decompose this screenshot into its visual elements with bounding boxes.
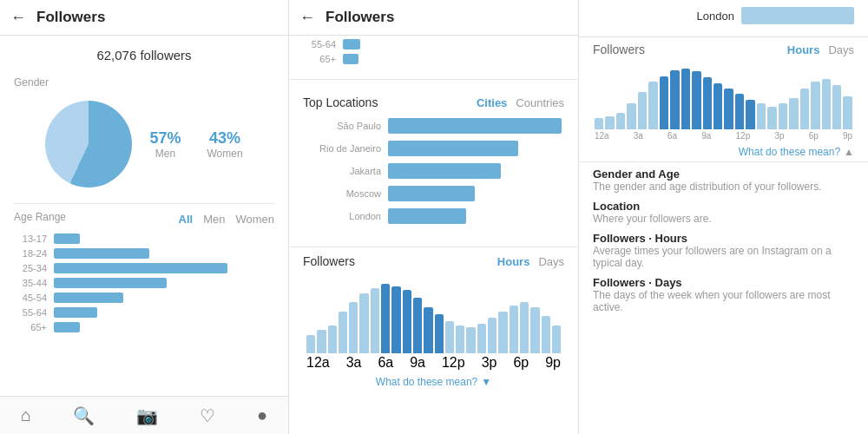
bar-column <box>456 326 464 353</box>
mid-panel-title: Followers <box>326 9 394 26</box>
pie-container: 57% Men 43% Women <box>14 92 274 196</box>
followers-hours-section: Followers Hours Days 12a 3a 6a 9a 12p 3p… <box>289 254 578 371</box>
mid-divider-1 <box>289 79 578 80</box>
men-label: 57% Men <box>149 129 181 160</box>
hours-tab[interactable]: Hours <box>497 255 530 268</box>
bar-column <box>713 83 722 129</box>
location-filter-tabs: Cities Countries <box>477 96 564 109</box>
bar-column <box>466 327 475 353</box>
bar-column <box>445 321 454 353</box>
what-mean-mid[interactable]: What do these mean? ▼ <box>289 371 578 393</box>
top-age-bars: 55-64 65+ <box>289 36 578 72</box>
mid-header: ← Followers <box>289 0 578 36</box>
women-percentage: 43% <box>207 129 242 148</box>
cities-tab[interactable]: Cities <box>477 96 507 109</box>
bar-column <box>510 306 518 353</box>
info-section: Gender and AgeThe gender and age distrib… <box>579 161 868 326</box>
followers-hours-header: Followers Hours Days <box>303 254 564 268</box>
bar-column <box>703 77 712 129</box>
bar-column <box>424 307 432 353</box>
bar-column <box>746 100 754 129</box>
bar-column <box>520 302 529 353</box>
what-mean-link[interactable]: What do these mean? <box>739 146 840 158</box>
home-icon[interactable]: ⌂ <box>21 405 31 425</box>
followers-count: 62,076 followers <box>0 36 288 69</box>
bar-column <box>306 335 315 353</box>
left-back-button[interactable]: ← <box>10 9 26 27</box>
mid-back-button[interactable]: ← <box>299 9 315 27</box>
bar-column <box>789 98 798 129</box>
bar-column <box>724 89 733 129</box>
pie-labels: 57% Men 43% Women <box>149 129 242 160</box>
bar-column <box>391 286 400 353</box>
bar-column <box>627 103 635 129</box>
bar-column <box>616 113 625 129</box>
age-bar-row: 45-54 <box>14 293 274 303</box>
age-bar-55-64: 55-64 <box>303 39 564 49</box>
men-text: Men <box>149 148 181 160</box>
top-locations-section: Top Locations Cities Countries São Paulo… <box>289 87 578 240</box>
bar-column <box>767 107 776 129</box>
rf-hours-tab[interactable]: Hours <box>787 43 820 56</box>
top-locations-title: Top Locations <box>303 95 378 109</box>
london-row: London <box>593 7 854 24</box>
bar-column <box>779 103 787 129</box>
gender-section: Gender 57% Men 43% Women <box>0 69 288 203</box>
chevron-up-icon: ▲ <box>844 146 854 158</box>
bar-column <box>359 293 368 353</box>
bar-column <box>435 314 444 353</box>
bar-column <box>843 96 852 129</box>
info-row: Followers · HoursAverage times your foll… <box>593 232 854 269</box>
search-icon[interactable]: 🔍 <box>73 405 95 426</box>
age-bars: 13-1718-2425-3435-4445-5455-6465+ <box>14 233 274 332</box>
rf-filters: Hours Days <box>787 43 854 56</box>
what-mean-right[interactable]: What do these mean? ▲ <box>579 146 868 161</box>
women-text: Women <box>207 148 242 160</box>
info-row: Followers · DaysThe days of the week whe… <box>593 276 854 313</box>
bar-column <box>477 324 486 353</box>
right-followers-section: Followers Hours Days 12a 3a 6a 9a 12p 3p… <box>579 37 868 146</box>
days-tab[interactable]: Days <box>538 255 564 268</box>
bar-column <box>822 79 831 129</box>
right-bar-chart <box>593 60 854 129</box>
bar-column <box>800 89 809 129</box>
age-bar-65plus: 65+ <box>303 54 564 64</box>
mid-panel: ← Followers 55-64 65+ Top Locations Citi… <box>289 0 579 434</box>
age-section: Age Range All Men Women 13-1718-2425-343… <box>0 204 288 344</box>
mid-bar-chart <box>303 275 564 353</box>
women-label: 43% Women <box>207 129 242 160</box>
heart-icon[interactable]: ♡ <box>200 405 215 426</box>
profile-icon[interactable]: ● <box>257 405 267 425</box>
rf-days-tab[interactable]: Days <box>828 43 854 56</box>
age-bar-row: 55-64 <box>14 307 274 318</box>
location-bar-row: São Paulo <box>303 118 564 134</box>
bar-column <box>413 298 422 353</box>
followers-hours-filters: Hours Days <box>497 255 564 268</box>
bar-column <box>605 116 614 129</box>
mid-divider-2 <box>289 247 578 247</box>
bar-column <box>595 118 603 129</box>
camera-icon[interactable]: 📷 <box>136 405 158 426</box>
bar-column <box>542 316 550 353</box>
bottom-nav: ⌂ 🔍 📷 ♡ ● <box>0 396 288 434</box>
countries-tab[interactable]: Countries <box>516 96 564 109</box>
bar-column <box>660 76 668 129</box>
gender-label: Gender <box>14 76 274 89</box>
right-x-labels: 12a 3a 6a 9a 12p 3p 6p 9p <box>593 129 854 141</box>
bar-column <box>317 330 326 353</box>
location-bar-row: Jakarta <box>303 163 564 179</box>
age-bar-row: 65+ <box>14 322 274 332</box>
bar-column <box>735 94 744 129</box>
bar-column <box>670 70 679 129</box>
left-header: ← Followers <box>0 0 288 36</box>
age-filter-men[interactable]: Men <box>203 213 225 226</box>
bar-column <box>681 69 690 129</box>
age-filter-all[interactable]: All <box>179 213 194 226</box>
bar-column <box>488 318 496 353</box>
age-bar-row: 35-44 <box>14 278 274 288</box>
bar-column <box>757 103 766 129</box>
age-filter-women[interactable]: Women <box>235 213 274 226</box>
location-bar-row: Moscow <box>303 186 564 201</box>
bar-column <box>349 302 358 353</box>
bar-column <box>339 312 347 353</box>
